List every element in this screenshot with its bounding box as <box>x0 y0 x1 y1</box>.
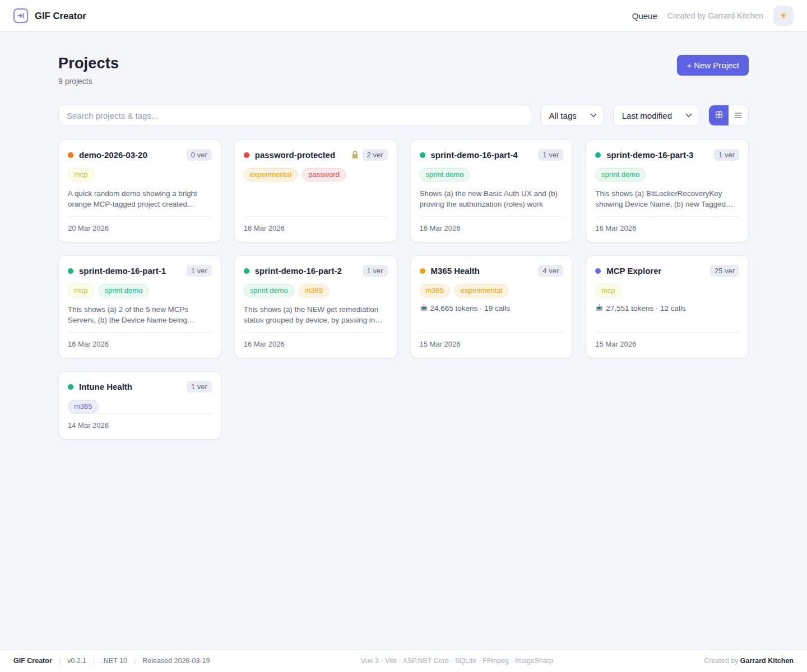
main-content: Projects 9 projects + New Project All ta… <box>0 32 807 649</box>
project-name: password-protected <box>255 150 335 160</box>
project-name: Intune Health <box>79 382 132 391</box>
tag-pill[interactable]: m365 <box>299 284 330 297</box>
version-badge: 0 ver <box>187 149 212 161</box>
tag-list: mcp <box>68 168 212 181</box>
tag-list: sprint demo <box>595 168 739 181</box>
project-date: 14 Mar 2026 <box>68 421 109 430</box>
project-date: 16 Mar 2026 <box>68 340 109 348</box>
tag-pill[interactable]: experimental <box>454 284 508 297</box>
token-stats: 27,551 tokens · 12 calls <box>595 304 739 312</box>
footer-separator: | <box>93 657 95 665</box>
sort-select[interactable]: Last modified <box>613 105 699 126</box>
header-created-by: Created by Garrard Kitchen <box>667 11 763 20</box>
version-badge: 4 ver <box>538 265 563 277</box>
tag-pill[interactable]: m365 <box>68 400 99 413</box>
footer-tech-stack: Vue 3 · Vite · ASP.NET Core · SQLite · F… <box>361 657 553 665</box>
project-card[interactable]: sprint-demo-16-part-3 1 ver sprint demo … <box>586 139 749 242</box>
tag-list: sprint demo <box>420 168 564 181</box>
project-name: sprint-demo-16-part-3 <box>606 150 693 160</box>
version-badge: 1 ver <box>363 265 388 277</box>
page-title: Projects <box>58 55 119 72</box>
tag-list: experimentalpassword <box>244 168 388 181</box>
tag-pill[interactable]: mcp <box>595 284 622 297</box>
version-badge: 1 ver <box>714 149 739 161</box>
project-count: 9 projects <box>58 77 119 86</box>
project-card[interactable]: demo-2026-03-20 0 ver mcp A quick random… <box>58 139 221 242</box>
footer-separator: | <box>134 657 136 665</box>
tag-list: sprint demom365 <box>244 284 388 297</box>
project-name: sprint-demo-16-part-4 <box>431 150 518 160</box>
project-card[interactable]: Intune Health 1 ver m365 14 Mar 2026 <box>58 371 221 440</box>
grid-icon <box>715 111 723 120</box>
app-title: GIF Creator <box>35 11 86 21</box>
project-date: 16 Mar 2026 <box>244 224 285 232</box>
status-dot <box>68 268 73 274</box>
project-card[interactable]: sprint-demo-16-part-4 1 ver sprint demo … <box>410 139 573 242</box>
version-badge: 2 ver <box>363 149 388 161</box>
tag-pill[interactable]: sprint demo <box>244 284 294 297</box>
lock-icon <box>351 151 359 159</box>
footer-credit-label: Created by <box>704 657 738 665</box>
project-card[interactable]: sprint-demo-16-part-1 1 ver mcpsprint de… <box>58 255 221 358</box>
projects-grid: demo-2026-03-20 0 ver mcp A quick random… <box>58 139 749 462</box>
tag-list: mcp <box>595 284 739 297</box>
project-description: This shows (a) 2 of the 5 new MCPs Serve… <box>68 304 212 325</box>
status-dot <box>244 268 249 274</box>
app-header: GIF Creator Queue Created by Garrard Kit… <box>0 0 807 32</box>
sun-icon: ☀ <box>779 11 787 21</box>
new-project-button[interactable]: + New Project <box>677 55 749 76</box>
status-dot <box>420 152 425 158</box>
status-dot <box>595 268 601 274</box>
project-date: 15 Mar 2026 <box>595 340 636 348</box>
list-icon <box>735 111 742 120</box>
token-stats-text: 24,665 tokens · 19 calls <box>430 304 511 312</box>
app-footer: GIF Creator | v0.2.1 | .NET 10 | Release… <box>0 649 807 672</box>
footer-released: Released 2026-03-19 <box>142 657 210 665</box>
project-description: This shows (a) the NEW get remediation s… <box>244 304 388 325</box>
chevron-down-icon <box>590 113 597 118</box>
view-mode-toggle <box>708 105 749 126</box>
status-dot <box>68 152 73 158</box>
project-name: M365 Health <box>431 266 480 276</box>
status-dot <box>420 268 425 274</box>
version-badge: 1 ver <box>187 265 212 277</box>
project-date: 20 Mar 2026 <box>68 224 109 232</box>
footer-separator: | <box>59 657 61 665</box>
tags-filter-value: All tags <box>549 111 577 120</box>
project-date: 16 Mar 2026 <box>595 224 636 232</box>
project-date: 16 Mar 2026 <box>244 340 285 348</box>
footer-version: v0.2.1 <box>67 657 86 665</box>
project-card[interactable]: MCP Explorer 25 ver mcp 27,551 tokens · … <box>586 255 749 358</box>
tag-pill[interactable]: mcp <box>68 168 94 181</box>
project-date: 15 Mar 2026 <box>420 340 461 348</box>
nav-queue-link[interactable]: Queue <box>632 11 657 21</box>
tag-pill[interactable]: sprint demo <box>420 168 470 181</box>
tag-pill[interactable]: password <box>302 168 346 181</box>
project-card[interactable]: sprint-demo-16-part-2 1 ver sprint demom… <box>234 255 397 358</box>
tag-list: mcpsprint demo <box>68 284 212 297</box>
list-view-button[interactable] <box>729 105 748 125</box>
robot-icon <box>420 304 428 312</box>
version-badge: 1 ver <box>187 381 212 393</box>
robot-icon <box>595 304 604 312</box>
tag-pill[interactable]: m365 <box>420 284 451 297</box>
tag-pill[interactable]: experimental <box>244 168 298 181</box>
footer-credit-name: Garrard Kitchen <box>740 657 794 665</box>
tag-pill[interactable]: mcp <box>68 284 94 297</box>
project-card[interactable]: password-protected 2 ver experimentalpas… <box>234 139 397 242</box>
app-logo-icon <box>13 8 28 23</box>
status-dot <box>595 152 601 158</box>
project-description: This shows (a) BitLockerRecoveryKey show… <box>595 188 739 209</box>
project-card[interactable]: M365 Health 4 ver m365experimental 24,66… <box>410 255 573 358</box>
search-input[interactable] <box>58 105 531 126</box>
tag-pill[interactable]: sprint demo <box>595 168 646 181</box>
version-badge: 25 ver <box>710 265 739 277</box>
tag-pill[interactable]: sprint demo <box>99 284 149 297</box>
tags-filter-select[interactable]: All tags <box>540 105 604 126</box>
chevron-down-icon <box>685 113 692 118</box>
theme-toggle-button[interactable]: ☀ <box>773 6 794 26</box>
tag-list: m365experimental <box>420 284 564 297</box>
project-date: 16 Mar 2026 <box>420 224 461 232</box>
grid-view-button[interactable] <box>709 105 729 125</box>
footer-app-name: GIF Creator <box>13 657 52 665</box>
